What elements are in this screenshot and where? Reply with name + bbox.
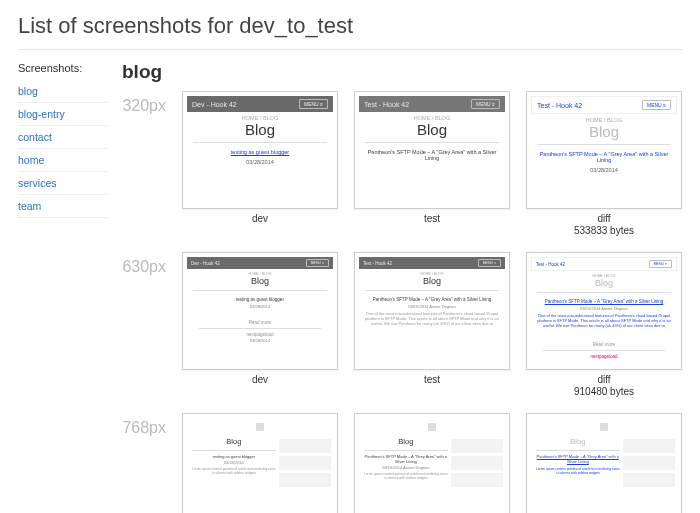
resolution-row: 630px Dev - Hook 42MENU ≡ HOME / BLOG Bl…	[116, 252, 700, 397]
screenshot-label: diff	[526, 213, 682, 224]
screenshot-thumb[interactable]: Blog Pantheon's SFTP Mode – A "Grey Area…	[526, 413, 682, 513]
screenshot-thumb[interactable]: Blog Pantheon's SFTP Mode – A "Grey Area…	[354, 413, 510, 513]
screenshot-thumb[interactable]: Dev - Hook 42MENU ≡ HOME / BLOG Blog tes…	[182, 252, 338, 370]
resolution-label: 630px	[116, 252, 166, 276]
resolution-row: 320px Dev - Hook 42MENU ≡ HOME / BLOG Bl…	[116, 91, 700, 236]
screenshot-cell: Test - Hook 42MENU ≡ HOME / BLOG Blog Pa…	[526, 91, 682, 236]
resolution-label: 320px	[116, 91, 166, 115]
screenshot-thumb[interactable]: Test - Hook 42MENU ≡ HOME / BLOG Blog Pa…	[526, 252, 682, 370]
screenshot-cell: Dev - Hook 42MENU ≡ HOME / BLOG Blog tes…	[182, 252, 338, 397]
screenshot-label: dev	[182, 374, 338, 385]
screenshot-thumb[interactable]: Dev - Hook 42MENU ≡ HOME / BLOG Blog tes…	[182, 91, 338, 209]
screenshot-thumb[interactable]: Test - Hook 42MENU ≡ HOME / BLOG Blog Pa…	[354, 252, 510, 370]
screenshot-thumb[interactable]: Test - Hook 42MENU ≡ HOME / BLOG Blog Pa…	[526, 91, 682, 209]
screenshot-thumb[interactable]: Blog testing as guest blogger 03/28/2014…	[182, 413, 338, 513]
resolution-label: 768px	[116, 413, 166, 437]
sidebar-item-blog[interactable]: blog	[18, 80, 108, 103]
screenshot-cell: Dev - Hook 42MENU ≡ HOME / BLOG Blog tes…	[182, 91, 338, 236]
sidebar: Screenshots: blog blog-entry contact hom…	[18, 58, 108, 513]
section-title: blog	[122, 61, 700, 83]
sidebar-title: Screenshots:	[18, 62, 108, 74]
screenshot-bytes: 533833 bytes	[526, 225, 682, 236]
screenshot-label: test	[354, 374, 510, 385]
screenshot-cell: Test - Hook 42MENU ≡ HOME / BLOG Blog Pa…	[354, 252, 510, 397]
screenshot-thumb[interactable]: Test - Hook 42MENU ≡ HOME / BLOG Blog Pa…	[354, 91, 510, 209]
screenshot-label: diff	[526, 374, 682, 385]
sidebar-item-services[interactable]: services	[18, 172, 108, 195]
screenshot-cell: Blog Pantheon's SFTP Mode – A "Grey Area…	[354, 413, 510, 513]
sidebar-item-home[interactable]: home	[18, 149, 108, 172]
page-title: List of screenshots for dev_to_test	[0, 0, 700, 49]
screenshot-cell: Blog Pantheon's SFTP Mode – A "Grey Area…	[526, 413, 682, 513]
screenshot-cell: Test - Hook 42MENU ≡ HOME / BLOG Blog Pa…	[354, 91, 510, 236]
main-content: blog 320px Dev - Hook 42MENU ≡ HOME / BL…	[108, 58, 700, 513]
screenshot-cell: Test - Hook 42MENU ≡ HOME / BLOG Blog Pa…	[526, 252, 682, 397]
screenshot-cell: Blog testing as guest blogger 03/28/2014…	[182, 413, 338, 513]
sidebar-item-blog-entry[interactable]: blog-entry	[18, 103, 108, 126]
divider	[18, 49, 682, 50]
screenshot-label: test	[354, 213, 510, 224]
sidebar-item-team[interactable]: team	[18, 195, 108, 218]
resolution-row: 768px Blog testing as guest blogger 03/2…	[116, 413, 700, 513]
sidebar-item-contact[interactable]: contact	[18, 126, 108, 149]
screenshot-label: dev	[182, 213, 338, 224]
screenshot-bytes: 910480 bytes	[526, 386, 682, 397]
